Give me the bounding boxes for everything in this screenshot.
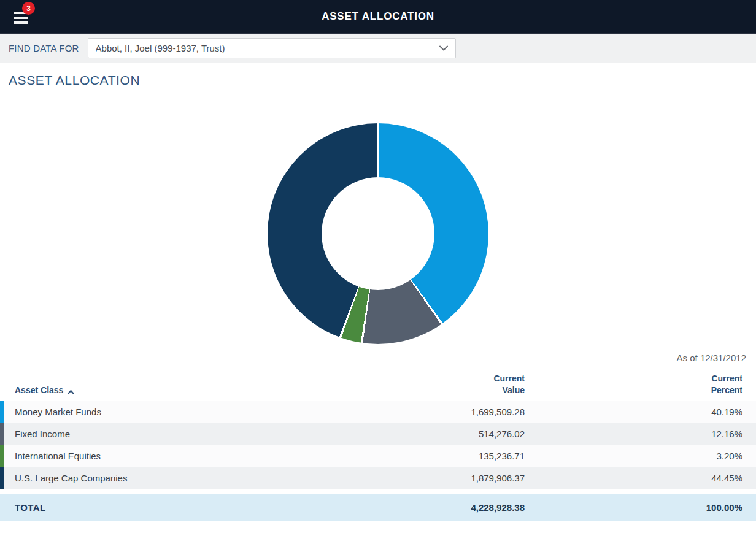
asset-class-header-label: Asset Class (15, 385, 63, 396)
sort-ascending-icon (68, 390, 74, 394)
current-value-cell: 1,879,906.37 (310, 473, 525, 483)
app-title: ASSET ALLOCATION (322, 10, 434, 23)
asset-class-cell: U.S. Large Cap Companies (4, 473, 310, 483)
current-percent-cell: 3.20% (525, 451, 756, 461)
chevron-down-icon (439, 45, 448, 51)
asset-class-cell: Fixed Income (4, 429, 310, 439)
total-percent: 100.00% (525, 502, 756, 513)
total-value: 4,228,928.38 (310, 502, 525, 513)
current-percent-cell: 40.19% (525, 407, 756, 417)
table-row[interactable]: International Equities 135,236.71 3.20% (0, 445, 756, 467)
column-header-asset-class[interactable]: Asset Class (0, 373, 310, 401)
asset-class-cell: Money Market Funds (4, 407, 310, 417)
find-data-label: FIND DATA FOR (9, 43, 79, 53)
main-content: ASSET ALLOCATION As of 12/31/2012 Asset … (0, 63, 756, 521)
current-value-cell: 135,236.71 (310, 451, 525, 461)
total-row: TOTAL 4,228,928.38 100.00% (0, 494, 756, 521)
app-header: 3 ASSET ALLOCATION (0, 0, 756, 34)
notification-badge: 3 (22, 2, 35, 15)
column-header-current-percent[interactable]: Current Percent (525, 373, 756, 401)
total-label: TOTAL (0, 502, 310, 513)
page-title: ASSET ALLOCATION (0, 63, 756, 88)
chart-area (0, 123, 756, 344)
as-of-date: As of 12/31/2012 (0, 344, 756, 363)
current-value-cell: 1,699,509.28 (310, 407, 525, 417)
menu-button[interactable]: 3 (10, 7, 34, 28)
current-percent-cell: 12.16% (525, 429, 756, 439)
table-header-row: Asset Class Current Value Current Percen… (0, 370, 756, 401)
table-row[interactable]: Money Market Funds 1,699,509.28 40.19% (0, 401, 756, 423)
table-body: Money Market Funds 1,699,509.28 40.19% F… (0, 401, 756, 489)
table-row[interactable]: U.S. Large Cap Companies 1,879,906.37 44… (0, 467, 756, 489)
current-percent-cell: 44.45% (525, 473, 756, 483)
table-row[interactable]: Fixed Income 514,276.02 12.16% (0, 423, 756, 445)
asset-allocation-table: Asset Class Current Value Current Percen… (0, 370, 756, 521)
current-value-cell: 514,276.02 (310, 429, 525, 439)
account-select[interactable]: Abbot, II, Joel (999-1937, Trust) (88, 38, 456, 58)
asset-class-cell: International Equities (4, 451, 310, 461)
column-header-current-value[interactable]: Current Value (310, 373, 525, 401)
donut-chart[interactable] (268, 123, 488, 344)
donut-hole (322, 177, 434, 290)
find-data-bar: FIND DATA FOR Abbot, II, Joel (999-1937,… (0, 34, 756, 63)
account-select-value: Abbot, II, Joel (999-1937, Trust) (96, 43, 225, 53)
